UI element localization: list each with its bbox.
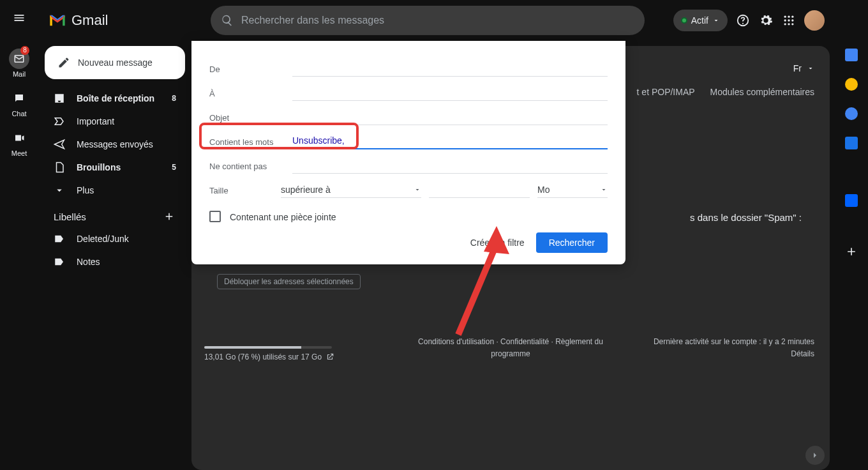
filter-to-input[interactable] — [292, 85, 608, 101]
label-deleted-junk[interactable]: Deleted/Junk — [45, 229, 185, 249]
nav-sent[interactable]: Messages envoyés — [45, 134, 185, 155]
filter-attachment-checkbox[interactable] — [209, 211, 221, 222]
plus-icon — [845, 245, 858, 258]
details-link[interactable]: Détails — [654, 348, 814, 360]
filter-from-label: De — [209, 64, 280, 77]
filter-size-op-select[interactable]: supérieure à — [281, 182, 421, 198]
search-placeholder: Rechercher dans les messages — [241, 15, 384, 26]
chevron-down-icon — [807, 64, 814, 72]
status-chip[interactable]: Actif — [673, 10, 728, 31]
svg-point-1 — [788, 16, 789, 18]
unblock-chip[interactable]: Débloquer les adresses sélectionnées — [217, 274, 361, 289]
nav-drafts[interactable]: Brouillons 5 — [45, 157, 185, 178]
calendar-app-icon[interactable] — [845, 49, 858, 61]
contacts-app-icon[interactable] — [845, 137, 858, 149]
add-label-button[interactable] — [162, 209, 176, 224]
nav-inbox[interactable]: Boîte de réception 8 — [45, 88, 185, 109]
filter-notwords-label: Ne contient pas — [209, 162, 280, 174]
pencil-icon — [57, 56, 70, 69]
label-deleted-junk-text: Deleted/Junk — [77, 234, 129, 244]
label-notes[interactable]: Notes — [45, 252, 185, 272]
apps-grid-icon — [782, 14, 795, 27]
filter-subject-label: Objet — [209, 113, 280, 125]
help-button[interactable] — [735, 13, 751, 28]
footer-links[interactable]: Conditions d'utilisation · Confidentiali… — [415, 336, 606, 360]
compose-button[interactable]: Nouveau message — [45, 46, 185, 79]
filter-to-label: À — [209, 89, 280, 101]
nav-inbox-label: Boîte de réception — [77, 93, 154, 103]
filter-haswords-label: Contient les mots — [209, 137, 280, 149]
storage-text: 13,01 Go (76 %) utilisés sur 17 Go — [204, 352, 322, 361]
filter-size-unit-select[interactable]: Mo — [537, 182, 608, 198]
hamburger-icon — [13, 11, 26, 24]
chevron-down-icon — [712, 17, 720, 24]
status-dot-icon — [681, 17, 687, 24]
labels-header-row: Libellés — [45, 203, 185, 226]
rail-meet[interactable]: Meet — [0, 124, 38, 161]
logo[interactable]: Gmail — [49, 12, 163, 29]
expand-fab[interactable] — [805, 446, 825, 465]
svg-point-0 — [784, 16, 786, 18]
filter-size-op: supérieure à — [281, 185, 331, 195]
content: Fr t et POP/IMAP Modules complémentaires… — [191, 41, 835, 470]
side-panel — [835, 0, 868, 470]
tab-addons[interactable]: Modules complémentaires — [710, 87, 814, 97]
account-avatar[interactable] — [804, 10, 825, 31]
tasks-app-icon[interactable] — [845, 107, 858, 120]
filter-haswords-input[interactable] — [292, 133, 608, 149]
filter-notwords-input[interactable] — [292, 158, 608, 174]
rail-mail-label: Mail — [13, 70, 26, 78]
svg-point-5 — [791, 19, 793, 21]
nav-more[interactable]: Plus — [45, 180, 185, 201]
meet-icon — [9, 128, 29, 148]
storage-block: 13,01 Go (76 %) utilisés sur 17 Go — [204, 346, 345, 361]
drafts-icon — [54, 162, 65, 173]
nav-sent-label: Messages envoyés — [77, 139, 153, 149]
create-filter-link[interactable]: Créer un filtre — [470, 238, 525, 248]
svg-point-2 — [791, 16, 793, 18]
svg-point-7 — [788, 23, 789, 25]
rail-chat[interactable]: Chat — [0, 84, 38, 121]
dropbox-app-icon[interactable] — [845, 194, 858, 207]
language-toggle[interactable]: Fr — [793, 63, 802, 73]
rail-meet-label: Meet — [11, 149, 27, 157]
nav-inbox-count: 8 — [172, 94, 176, 103]
menu-button[interactable] — [4, 3, 34, 33]
chat-icon — [9, 88, 29, 109]
label-icon — [54, 256, 65, 268]
filter-size-label: Taille — [209, 186, 273, 198]
open-in-new-icon[interactable] — [326, 352, 334, 361]
svg-point-6 — [784, 23, 786, 25]
filter-size-value-input[interactable] — [429, 182, 530, 198]
status-label: Actif — [691, 15, 708, 26]
nav-drafts-label: Brouillons — [77, 162, 121, 172]
settings-button[interactable] — [758, 13, 774, 28]
nav-drafts-count: 5 — [172, 163, 176, 172]
svg-point-8 — [791, 23, 793, 25]
storage-bar — [204, 346, 332, 349]
rail-mail[interactable]: 8 Mail — [0, 45, 38, 82]
search-bar[interactable]: Rechercher dans les messages — [211, 6, 645, 35]
search-filter-panel: De À Objet Contient les mots — [191, 41, 625, 264]
chevron-down-icon — [54, 185, 65, 196]
nav-important[interactable]: Important — [45, 111, 185, 132]
filter-attachment-label: Contenant une pièce jointe — [230, 212, 336, 222]
rail-chat-label: Chat — [11, 110, 26, 118]
mail-badge: 8 — [20, 46, 29, 55]
plus-icon — [163, 211, 175, 222]
tab-pop-imap[interactable]: t et POP/IMAP — [637, 87, 695, 97]
search-icon — [221, 14, 234, 27]
filter-subject-input[interactable] — [292, 109, 608, 125]
labels-header: Libellés — [54, 211, 86, 222]
filter-from-input[interactable] — [292, 61, 608, 77]
apps-button[interactable] — [781, 13, 797, 28]
product-name: Gmail — [71, 12, 108, 29]
keep-app-icon[interactable] — [845, 78, 858, 91]
important-icon — [54, 116, 65, 127]
label-notes-text: Notes — [77, 257, 100, 267]
svg-point-3 — [784, 19, 786, 21]
chevron-right-icon — [810, 450, 820, 460]
chevron-down-icon — [600, 186, 608, 193]
add-app-button[interactable] — [845, 245, 858, 258]
search-button[interactable]: Rechercher — [536, 232, 608, 253]
